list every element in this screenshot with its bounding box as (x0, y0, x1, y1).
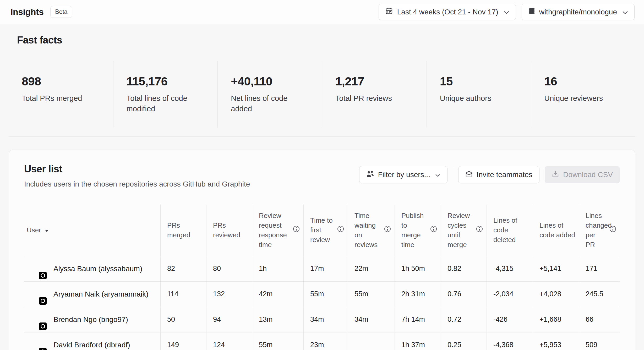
chevron-down-icon (622, 8, 628, 16)
user-name: Aryaman Naik (aryamannaik) (53, 290, 149, 298)
stat-net-lines-added: +40,110 Net lines of code added (217, 61, 322, 128)
filter-by-users-button[interactable]: Filter by users... (359, 166, 447, 183)
info-icon[interactable] (609, 225, 616, 235)
time-to-first-review-cell: 34m (303, 307, 348, 332)
review-request-response-time-cell: 13m (252, 307, 303, 332)
info-icon[interactable] (430, 225, 437, 235)
invite-teammates-button[interactable]: Invite teammates (458, 166, 539, 183)
prs-reviewed-cell: 124 (206, 332, 252, 350)
column-header-review-request-response-time: Review request response time (252, 205, 303, 256)
user-cell: David Bradford (dbradf) (24, 332, 160, 350)
graphite-badge-icon (39, 272, 47, 279)
prs-merged-cell: 149 (160, 332, 206, 350)
time-waiting-on-reviews-cell: 34m (348, 307, 395, 332)
stat-value: 15 (440, 75, 522, 88)
fast-facts-stats: 898 Total PRs merged 115,176 Total lines… (9, 61, 635, 128)
time-waiting-on-reviews-cell: 22m (348, 256, 395, 281)
column-header-publish-to-merge-time: Publish to merge time (395, 205, 441, 256)
user-list-subtitle: Includes users in the chosen repositorie… (24, 180, 250, 188)
avatar (26, 285, 46, 304)
stat-label: Net lines of code added (231, 93, 309, 114)
user-cell: Aryaman Naik (aryamannaik) (24, 282, 160, 307)
table-row[interactable]: Aryaman Naik (aryamannaik) 114 132 42m 5… (24, 281, 620, 307)
info-icon[interactable] (476, 225, 483, 235)
download-csv-label: Download CSV (563, 171, 613, 179)
graphite-badge-icon (39, 297, 47, 305)
chevron-down-icon (504, 8, 509, 16)
lines-added-cell: +1,668 (533, 307, 579, 332)
column-header-user[interactable]: User (24, 205, 160, 256)
prs-merged-cell: 50 (160, 307, 206, 332)
publish-to-merge-time-cell: 2h 31m (395, 282, 441, 307)
stat-unique-authors: 15 Unique authors (427, 61, 531, 128)
avatar (26, 335, 46, 350)
publish-to-merge-time-cell: 1h 50m (395, 256, 441, 281)
time-waiting-on-reviews-cell: 55m (348, 282, 395, 307)
column-header-prs-merged: PRs merged (160, 205, 206, 256)
stat-label: Unique authors (440, 93, 519, 103)
column-header-lines-of-code-added: Lines of code added (533, 205, 579, 256)
stat-label: Total lines of code modified (127, 93, 205, 114)
lines-changed-per-pr-cell: 509 (579, 332, 620, 350)
stat-value: +40,110 (231, 75, 313, 88)
section-divider (9, 136, 635, 137)
time-waiting-on-reviews-cell (348, 332, 395, 350)
invite-teammates-label: Invite teammates (477, 171, 532, 179)
user-table: User PRs merged PRs reviewed Review requ… (24, 205, 620, 350)
user-name: Brendan Ngo (bngo97) (53, 315, 128, 324)
lines-deleted-cell: -426 (487, 307, 533, 332)
lines-deleted-cell: -4,315 (487, 256, 533, 281)
stat-total-lines-modified: 115,176 Total lines of code modified (113, 61, 218, 128)
lines-deleted-cell: -2,034 (487, 282, 533, 307)
lines-deleted-cell: -4,368 (487, 332, 533, 350)
download-icon (552, 170, 559, 179)
table-row[interactable]: Alyssa Baum (alyssabaum) 82 80 1h 17m 22… (24, 256, 620, 281)
lines-added-cell: +5,141 (533, 256, 579, 281)
column-header-lines-changed-per-pr: Lines changed per PR (579, 205, 620, 256)
stat-label: Total PR reviews (335, 93, 414, 103)
stat-value: 115,176 (127, 75, 208, 88)
graphite-badge-icon (39, 348, 47, 350)
repo-label: withgraphite/monologue (539, 8, 617, 16)
calendar-icon (385, 7, 393, 17)
column-header-lines-of-code-deleted: Lines of code deleted (487, 205, 533, 256)
prs-reviewed-cell: 80 (206, 256, 252, 281)
date-range-dropdown[interactable]: Last 4 weeks (Oct 21 - Nov 17) (379, 4, 516, 20)
users-icon (366, 171, 374, 179)
user-name: David Bradford (dbradf) (53, 341, 130, 349)
lines-added-cell: +4,028 (533, 282, 579, 307)
publish-to-merge-time-cell: 7h 14m (395, 307, 441, 332)
column-header-prs-reviewed: PRs reviewed (206, 205, 252, 256)
stat-total-pr-reviews: 1,217 Total PR reviews (322, 61, 427, 128)
stat-value: 898 (22, 75, 104, 88)
user-cell: Alyssa Baum (alyssabaum) (24, 256, 160, 281)
avatar (26, 259, 46, 278)
user-name: Alyssa Baum (alyssabaum) (53, 265, 142, 273)
lines-added-cell: +5,953 (533, 332, 579, 350)
stat-value: 16 (544, 75, 626, 88)
repo-selector-dropdown[interactable]: withgraphite/monologue (522, 4, 635, 20)
publish-to-merge-time-cell: 1h 37m (395, 332, 441, 350)
table-row[interactable]: Brendan Ngo (bngo97) 50 94 13m 34m 34m 7… (24, 307, 620, 332)
repo-icon (528, 7, 535, 17)
info-icon[interactable] (293, 225, 300, 235)
review-cycles-cell: 0.82 (441, 256, 487, 281)
review-request-response-time-cell: 42m (252, 282, 303, 307)
prs-reviewed-cell: 132 (206, 282, 252, 307)
avatar (26, 310, 46, 329)
lines-changed-per-pr-cell: 245.5 (579, 282, 620, 307)
review-cycles-cell: 0.25 (441, 332, 487, 350)
page-title: Insights (10, 7, 43, 17)
topbar: Insights Beta Last 4 weeks (Oct 21 - Nov… (0, 0, 644, 24)
user-cell: Brendan Ngo (bngo97) (24, 307, 160, 332)
stat-label: Unique reviewers (544, 93, 623, 103)
info-icon[interactable] (384, 225, 391, 235)
table-row[interactable]: David Bradford (dbradf) 149 124 55m 23m … (24, 332, 620, 350)
beta-badge: Beta (50, 6, 72, 18)
column-header-time-to-first-review: Time to first review (303, 205, 348, 256)
review-cycles-cell: 0.72 (441, 307, 487, 332)
column-header-time-waiting-on-reviews: Time waiting on reviews (348, 205, 395, 256)
mail-icon (465, 171, 473, 179)
download-csv-button[interactable]: Download CSV (545, 166, 620, 183)
info-icon[interactable] (337, 225, 344, 235)
